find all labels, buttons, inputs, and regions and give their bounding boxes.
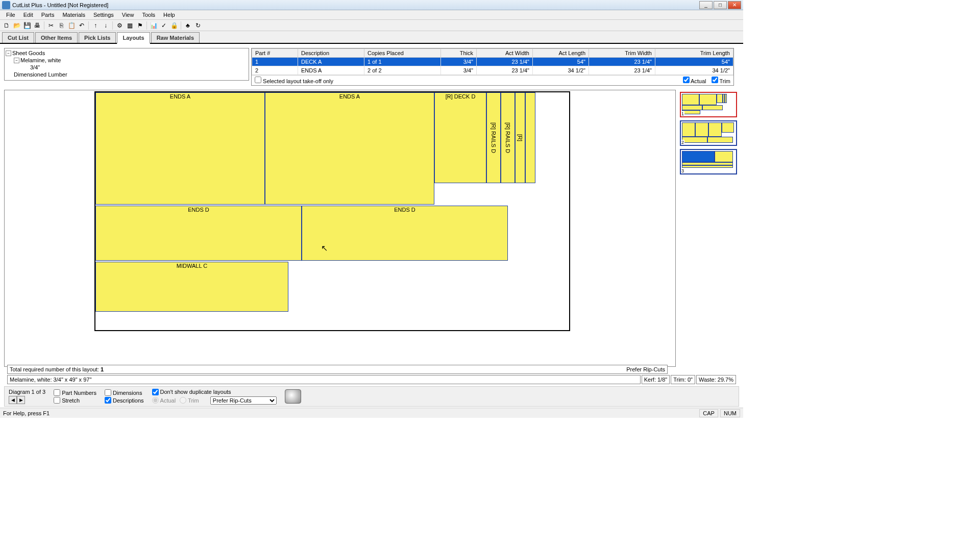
undo-icon[interactable]: ↶ bbox=[77, 21, 86, 30]
window-title: CutList Plus - Untitled [Not Registered] bbox=[12, 2, 699, 8]
col-partnum[interactable]: Part # bbox=[252, 49, 298, 58]
cursor-icon: ↖ bbox=[321, 243, 328, 253]
tree-node-sheet-goods[interactable]: −Sheet Goods bbox=[6, 49, 248, 57]
waste-label: Waste: 29.7% bbox=[696, 375, 736, 384]
menu-view[interactable]: View bbox=[118, 11, 138, 19]
chart-icon[interactable]: 📊 bbox=[149, 21, 158, 30]
status-bar: For Help, press F1 CAP NUM bbox=[0, 408, 743, 418]
tree-node-thickness[interactable]: 3/4" bbox=[6, 64, 248, 71]
parts-table: Part # Description Copies Placed Thick A… bbox=[251, 48, 734, 86]
lock-icon[interactable]: 🔒 bbox=[169, 21, 179, 30]
menu-materials[interactable]: Materials bbox=[58, 11, 89, 19]
part-midwall-c[interactable]: MIDWALL C bbox=[95, 262, 288, 312]
layout-canvas[interactable]: ENDS A ENDS A [R] DECK D [R] RAILS D [R]… bbox=[4, 90, 676, 367]
up-icon[interactable]: ↑ bbox=[91, 21, 100, 30]
maximize-button[interactable]: □ bbox=[714, 1, 727, 9]
thumbnail-2[interactable]: 2 bbox=[680, 120, 737, 146]
selected-takeoff-checkbox[interactable]: Selected layout take-off only bbox=[255, 77, 333, 84]
info-bar-total: Total required number of this layout: 1 … bbox=[7, 365, 668, 374]
info-bar-material: Melamine, white: 3/4" x 49" x 97" Kerf: … bbox=[7, 375, 736, 384]
tab-otheritems[interactable]: Other Items bbox=[35, 32, 78, 43]
part-ends-a[interactable]: ENDS A bbox=[95, 92, 265, 205]
grid-icon[interactable]: ▦ bbox=[125, 21, 134, 30]
menu-settings[interactable]: Settings bbox=[89, 11, 118, 19]
copy-icon[interactable]: ⎘ bbox=[57, 21, 66, 30]
app-icon bbox=[2, 1, 10, 9]
collapse-icon[interactable]: − bbox=[6, 51, 11, 56]
menu-edit[interactable]: Edit bbox=[19, 11, 37, 19]
tab-layouts[interactable]: Layouts bbox=[117, 32, 150, 44]
menu-file[interactable]: File bbox=[2, 11, 19, 19]
title-bar: CutList Plus - Untitled [Not Registered]… bbox=[0, 0, 743, 10]
tab-picklists[interactable]: Pick Lists bbox=[79, 32, 116, 43]
next-diagram-button[interactable]: ▶ bbox=[17, 396, 25, 404]
actual-checkbox[interactable]: Actual bbox=[683, 77, 706, 84]
close-button[interactable]: ✕ bbox=[728, 1, 741, 9]
dont-dup-checkbox[interactable]: Don't show duplicate layouts bbox=[152, 389, 277, 395]
tree-panel: −Sheet Goods −Melamine, white 3/4" Dimen… bbox=[4, 48, 249, 81]
menu-tools[interactable]: Tools bbox=[138, 11, 159, 19]
print-icon[interactable]: 🖶 bbox=[33, 21, 42, 30]
tree-icon[interactable]: ♣ bbox=[183, 21, 192, 30]
tree-node-dimensioned[interactable]: Dimensioned Lumber bbox=[6, 71, 248, 78]
table-row[interactable]: 1 DECK A 1 of 1 3/4" 23 1/4" 54" 23 1/4"… bbox=[252, 58, 733, 66]
status-help: For Help, press F1 bbox=[3, 410, 50, 416]
check-icon[interactable]: ✓ bbox=[159, 21, 168, 30]
trim-radio[interactable]: Trim bbox=[180, 396, 199, 405]
flag-icon[interactable]: ⚑ bbox=[135, 21, 144, 30]
part-ends-d[interactable]: ENDS D bbox=[302, 206, 508, 261]
prev-diagram-button[interactable]: ◀ bbox=[9, 396, 17, 404]
menu-parts[interactable]: Parts bbox=[37, 11, 59, 19]
minimize-button[interactable]: _ bbox=[699, 1, 713, 9]
new-icon[interactable]: 🗋 bbox=[2, 21, 11, 30]
kerf-label: Kerf: 1/8" bbox=[642, 375, 670, 384]
col-actlength[interactable]: Act Length bbox=[533, 49, 589, 58]
col-copies[interactable]: Copies Placed bbox=[364, 49, 441, 58]
sheet-outline: ENDS A ENDS A [R] DECK D [R] RAILS D [R]… bbox=[94, 91, 570, 331]
actual-radio[interactable]: Actual bbox=[152, 396, 176, 405]
open-icon[interactable]: 📂 bbox=[12, 21, 21, 30]
descriptions-checkbox[interactable]: Descriptions bbox=[105, 397, 144, 404]
col-trimwidth[interactable]: Trim Width bbox=[589, 49, 655, 58]
col-actwidth[interactable]: Act Width bbox=[477, 49, 533, 58]
thumbnail-3[interactable]: 3 bbox=[680, 149, 737, 174]
part-rails-d[interactable]: [R] RAILS D bbox=[486, 92, 501, 183]
cut-icon[interactable]: ✂ bbox=[46, 21, 56, 30]
toolbar: 🗋 📂 💾 🖶 ✂ ⎘ 📋 ↶ ↑ ↓ ⚙ ▦ ⚑ 📊 ✓ 🔒 ♣ ↻ bbox=[0, 20, 743, 31]
status-num: NUM bbox=[720, 409, 740, 417]
menu-bar: File Edit Parts Materials Settings View … bbox=[0, 10, 743, 20]
collapse-icon[interactable]: − bbox=[14, 58, 19, 63]
refresh-icon[interactable]: ↻ bbox=[193, 21, 203, 30]
menu-help[interactable]: Help bbox=[159, 11, 179, 19]
part-numbers-checkbox[interactable]: Part Numbers bbox=[54, 389, 96, 396]
bottom-controls: Diagram 1 of 3 ◀ ▶ Part Numbers Stretch … bbox=[4, 386, 739, 407]
machine-icon[interactable] bbox=[285, 389, 301, 404]
part-r[interactable] bbox=[525, 92, 535, 183]
thumbnail-panel: 1 2 3 bbox=[678, 90, 739, 367]
thumbnail-1[interactable]: 1 bbox=[680, 92, 737, 117]
paste-icon[interactable]: 📋 bbox=[67, 21, 76, 30]
dimensions-checkbox[interactable]: Dimensions bbox=[105, 389, 144, 396]
tab-bar: Cut List Other Items Pick Lists Layouts … bbox=[0, 31, 743, 44]
save-icon[interactable]: 💾 bbox=[22, 21, 32, 30]
trim-checkbox[interactable]: Trim bbox=[712, 77, 730, 84]
part-deck-d[interactable]: [R] DECK D bbox=[434, 92, 486, 183]
part-r[interactable]: [R] bbox=[515, 92, 525, 183]
part-rails-d[interactable]: [R] RAILS D bbox=[501, 92, 515, 183]
diagram-label: Diagram 1 of 3 bbox=[9, 389, 45, 395]
stretch-checkbox[interactable]: Stretch bbox=[54, 397, 96, 404]
part-ends-d[interactable]: ENDS D bbox=[95, 206, 302, 261]
tab-rawmaterials[interactable]: Raw Materials bbox=[151, 32, 200, 43]
tool-icon[interactable]: ⚙ bbox=[115, 21, 124, 30]
tab-cutlist[interactable]: Cut List bbox=[2, 32, 34, 43]
down-icon[interactable]: ↓ bbox=[101, 21, 110, 30]
part-ends-a[interactable]: ENDS A bbox=[265, 92, 434, 205]
col-trimlength[interactable]: Trim Length bbox=[655, 49, 733, 58]
tree-node-melamine[interactable]: −Melamine, white bbox=[6, 57, 248, 64]
table-row[interactable]: 2 ENDS A 2 of 2 3/4" 23 1/4" 34 1/2" 23 … bbox=[252, 66, 733, 75]
col-thick[interactable]: Thick bbox=[441, 49, 477, 58]
cut-pref-select[interactable]: Prefer Rip-Cuts bbox=[210, 396, 277, 405]
status-cap: CAP bbox=[699, 409, 718, 417]
material-label: Melamine, white: 3/4" x 49" x 97" bbox=[7, 375, 641, 384]
col-desc[interactable]: Description bbox=[298, 49, 364, 58]
